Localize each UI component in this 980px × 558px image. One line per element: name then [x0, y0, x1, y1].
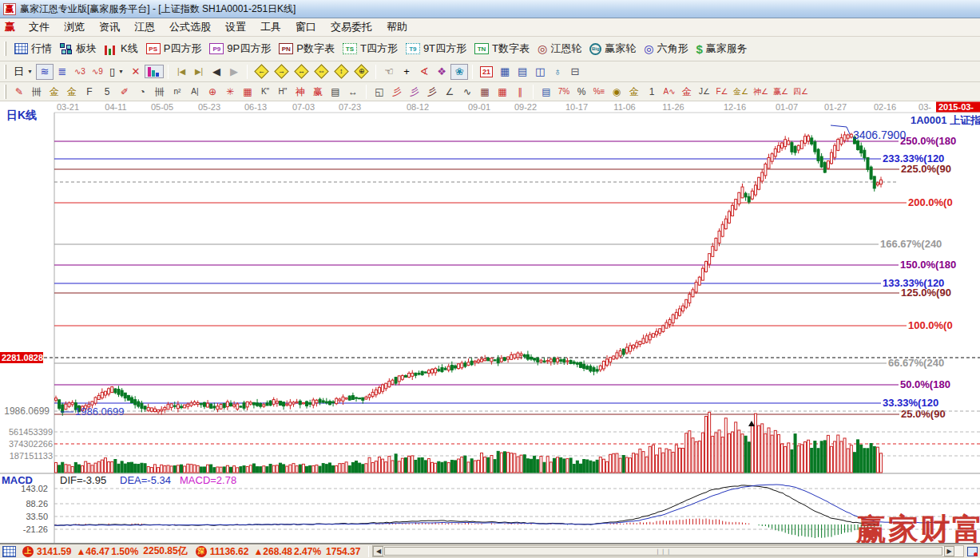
- draw-brush[interactable]: ✐: [116, 84, 133, 100]
- draw-percent-lines[interactable]: %≡: [590, 84, 608, 100]
- draw-shen-tool[interactable]: 神: [292, 84, 309, 100]
- nav-wave-3[interactable]: ∿3: [71, 64, 89, 80]
- nav-shift-left[interactable]: ←: [252, 63, 272, 80]
- nav-map-tool[interactable]: ❀: [450, 64, 468, 80]
- draw-time-circle[interactable]: ◔: [133, 84, 151, 100]
- draw-gold-ruler-2[interactable]: 金: [63, 84, 81, 100]
- draw-f-ruler[interactable]: F: [81, 84, 98, 100]
- nav-calculator[interactable]: ▦: [496, 64, 514, 80]
- kline-chart-canvas[interactable]: 03-2104-1105-0505-2306-1307-0307-2308-12…: [0, 101, 980, 544]
- nav-candle-style-dropdown-icon[interactable]: ▼: [118, 69, 124, 74]
- draw-si-angle[interactable]: 四∠: [791, 84, 811, 100]
- draw-web-box[interactable]: ▦: [239, 84, 256, 100]
- draw-a-line[interactable]: A|: [186, 84, 204, 100]
- tool-kline[interactable]: K线: [101, 39, 142, 58]
- nav-print[interactable]: ⊟: [566, 64, 584, 80]
- scrollbar-thumb[interactable]: ❘❘❘: [384, 547, 942, 556]
- draw-gold-circle[interactable]: ◉: [608, 84, 625, 100]
- draw-gold-ruler-1[interactable]: 金: [46, 84, 63, 100]
- menu-交易委托[interactable]: 交易委托: [323, 18, 379, 36]
- draw-grid-box[interactable]: ▦: [494, 84, 511, 100]
- chart-area[interactable]: 03-2104-1105-0505-2306-1307-0307-2308-12…: [0, 101, 980, 544]
- tool-p-number-table[interactable]: PNP数字表: [275, 39, 339, 58]
- nav-calendar[interactable]: 21: [477, 65, 496, 79]
- tool-winner-wheel[interactable]: Big赢家轮: [585, 39, 640, 58]
- menu-窗口[interactable]: 窗口: [288, 18, 323, 36]
- draw-n-square[interactable]: n²: [169, 84, 186, 100]
- tool-sectors[interactable]: 板块: [56, 39, 101, 58]
- tool-9t-square[interactable]: T99T四方形: [402, 39, 470, 58]
- nav-zoom-h[interactable]: ↔: [292, 63, 311, 80]
- draw-percent-7[interactable]: 7%: [555, 84, 573, 100]
- nav-prev-bar[interactable]: ◀: [208, 64, 225, 80]
- draw-fan-box-dark[interactable]: 彡: [423, 84, 441, 100]
- tool-t-number-table[interactable]: TNT数字表: [470, 39, 534, 58]
- draw-f-angle[interactable]: F∠: [713, 84, 731, 100]
- draw-percent[interactable]: %: [573, 84, 590, 100]
- draw-angle-pair[interactable]: ∠: [441, 84, 458, 100]
- toolbar-grip[interactable]: [4, 42, 6, 56]
- nav-notes[interactable]: ▤: [514, 64, 531, 80]
- draw-pencil[interactable]: ✎: [10, 84, 28, 100]
- nav-next-bar[interactable]: ▶: [225, 64, 243, 80]
- nav-overview[interactable]: ≋: [36, 64, 54, 80]
- nav-save[interactable]: ◫: [531, 64, 549, 80]
- tool-9p-square[interactable]: P99P四方形: [205, 39, 275, 58]
- nav-zoom-v[interactable]: ↕: [331, 63, 351, 80]
- draw-spiral[interactable]: 5: [98, 84, 116, 100]
- nav-wave-9[interactable]: ∿9: [89, 64, 106, 80]
- draw-j-angle[interactable]: J∠: [696, 84, 713, 100]
- draw-parallel[interactable]: ∥: [511, 84, 529, 100]
- nav-hand-tool[interactable]: ☜: [380, 64, 398, 80]
- shenzhen-market-icon[interactable]: 深: [196, 546, 207, 557]
- tool-t-square[interactable]: TST四方形: [339, 39, 402, 58]
- shanghai-market-icon[interactable]: 上: [22, 546, 34, 557]
- nav-send-web[interactable]: ♁: [549, 64, 566, 80]
- draw-price-grid[interactable]: 卌: [151, 84, 169, 100]
- draw-h-quote[interactable]: H": [274, 84, 292, 100]
- nav-gann-stamp[interactable]: ❖: [433, 64, 450, 80]
- tool-gann-wheel[interactable]: ◎江恩轮: [534, 39, 585, 58]
- menu-工具[interactable]: 工具: [253, 18, 288, 36]
- nav-candle-style[interactable]: ▯▼: [106, 64, 127, 79]
- tool-p-square[interactable]: PSP四方形: [142, 39, 206, 58]
- draw-target-circle[interactable]: ⊕: [204, 84, 221, 100]
- nav-spectrum[interactable]: [145, 65, 164, 78]
- horizontal-scrollbar[interactable]: ◀ ❘❘❘ ▶: [372, 545, 964, 557]
- nav-last-page[interactable]: ▶|: [190, 64, 208, 80]
- tool-winner-service[interactable]: $赢家服务: [692, 39, 751, 58]
- draw-box-measure[interactable]: ◱: [371, 84, 388, 100]
- nav-first-page[interactable]: |◀: [173, 64, 190, 80]
- menu-文件[interactable]: 文件: [22, 18, 57, 36]
- menu-江恩[interactable]: 江恩: [127, 18, 162, 36]
- draw-width-measure[interactable]: ↔: [344, 84, 362, 100]
- draw-one-pointer[interactable]: 1: [643, 84, 661, 100]
- draw-list-settings[interactable]: ▤: [538, 84, 555, 100]
- tool-quotes[interactable]: 行情: [10, 39, 56, 58]
- draw-gold-box[interactable]: 金: [678, 84, 696, 100]
- draw-ying-angle[interactable]: 赢∠: [771, 84, 791, 100]
- draw-fan[interactable]: 彡: [388, 84, 406, 100]
- draw-fan-box[interactable]: 彡: [406, 84, 423, 100]
- draw-gann-grid[interactable]: 卌: [28, 84, 46, 100]
- nav-info-panel[interactable]: ≣: [54, 64, 71, 80]
- nav-pattern-x[interactable]: ✕: [127, 64, 145, 80]
- app-menu-icon[interactable]: 赢: [5, 20, 15, 34]
- scroll-left-arrow-icon[interactable]: ◀: [373, 546, 383, 556]
- menu-设置[interactable]: 设置: [218, 18, 253, 36]
- menu-公式选股[interactable]: 公式选股: [162, 18, 218, 36]
- draw-gold-angle[interactable]: 金∠: [731, 84, 751, 100]
- scroll-right-arrow-icon[interactable]: ▶: [944, 546, 954, 556]
- toolbar-grip[interactable]: [4, 65, 6, 79]
- nav-shift-right[interactable]: →: [272, 63, 292, 80]
- tool-hexagon[interactable]: ◎六角形: [640, 39, 692, 58]
- draw-zigzag[interactable]: ∿: [458, 84, 476, 100]
- draw-k-quote[interactable]: K": [256, 84, 274, 100]
- menu-浏览[interactable]: 浏览: [57, 18, 92, 36]
- nav-crosshair-tool[interactable]: +: [398, 64, 415, 80]
- draw-a-wave[interactable]: A∿: [661, 84, 678, 100]
- nav-zoom-out[interactable]: ⇔: [311, 63, 331, 80]
- nav-period-day-dropdown-icon[interactable]: ▼: [27, 69, 33, 74]
- draw-ruler-123[interactable]: ▤: [327, 84, 344, 100]
- menu-帮助[interactable]: 帮助: [379, 18, 415, 36]
